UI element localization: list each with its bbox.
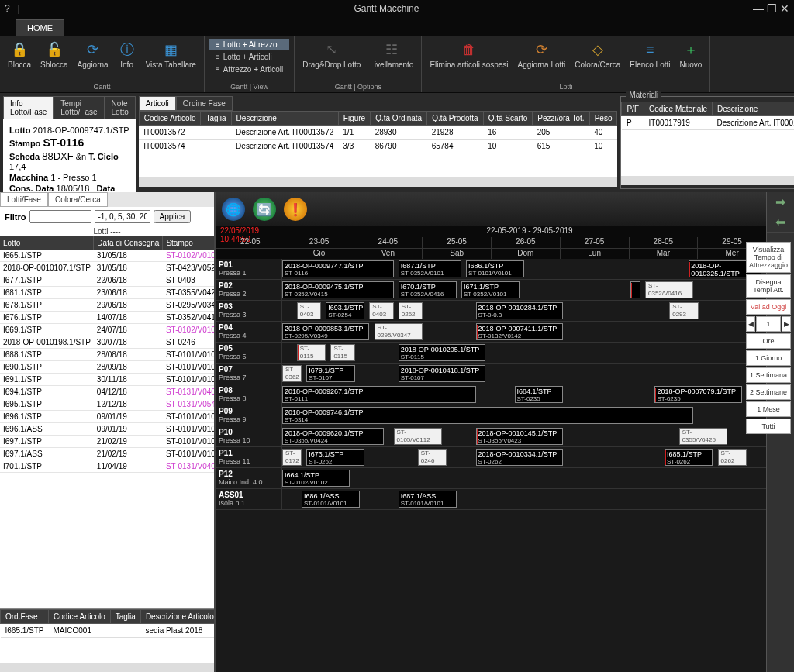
spinner-down[interactable]: ◀: [746, 316, 755, 332]
side-button[interactable]: Vai ad Oggi: [746, 299, 791, 315]
articoli-grid[interactable]: Codice ArticoloTagliaDescrizioneFigureQ.…: [139, 111, 618, 177]
gantt-bar[interactable]: 2018-OP-0010418.1/STPST-0107: [399, 365, 485, 382]
table-row[interactable]: 2018-OP-0010107.1/STP31/05/18ST-0423/V05…: [0, 262, 214, 274]
tab-articoli[interactable]: Articoli: [139, 96, 176, 111]
gantt-bar[interactable]: 2018-OP-0009746.1/STPST-0314: [282, 407, 693, 424]
col-header[interactable]: P/F: [622, 102, 644, 116]
lotto-attrezzo-button[interactable]: ≡Lotto + Attrezzo: [209, 39, 289, 50]
tab-home[interactable]: HOME: [16, 19, 64, 36]
aggiorna-lotti-button[interactable]: ⟳Aggiorna Lotti: [515, 39, 569, 71]
table-row[interactable]: IT00013572Descrizione Art. IT000135721/1…: [139, 126, 617, 140]
ordfase-grid[interactable]: Ord.FaseCodice ArticoloTagliaDescrizione…: [0, 608, 214, 663]
gantt-bar[interactable]: 2018-OP-0010205.1/STPST-0115: [399, 344, 485, 361]
gantt-bar[interactable]: 2018-OP-0009747.1/STPST-0116: [282, 260, 394, 277]
gantt-bar[interactable]: 2018-OP-0007079.1/STPST-0235: [654, 386, 741, 403]
col-header[interactable]: Figure: [338, 112, 370, 126]
gantt-bar[interactable]: ST-0352/V0416: [645, 281, 693, 298]
materiali-grid[interactable]: P/FCodice MaterialeDescrizione%Q.tà [Kg]…: [621, 102, 794, 176]
col-header[interactable]: Q.tà Prodotta: [427, 112, 483, 126]
lotto-articoli-button[interactable]: ≡Lotto + Articoli: [209, 51, 289, 63]
table-row[interactable]: I697.1/ASS21/02/19ST-0101/V0101ASS: [0, 448, 214, 460]
info-button[interactable]: ⓘInfo: [115, 39, 140, 71]
col-header[interactable]: Codice Articolo: [49, 610, 111, 624]
warning-icon[interactable]: ❗: [284, 198, 307, 221]
gantt-bar[interactable]: I686.1/ASSST-0101/V0101: [302, 491, 360, 508]
gantt-bar[interactable]: ST-0262: [718, 449, 747, 466]
gantt-bar[interactable]: I664.1/STPST-0102/V0102: [282, 470, 350, 487]
gantt-bar[interactable]: 2018-OP-0009620.1/STPST-0355/V0424: [282, 428, 384, 445]
tab-lotti-fase[interactable]: Lotti/Fase: [0, 192, 48, 207]
gantt-bar[interactable]: ST-0362: [282, 365, 302, 382]
gantt-body[interactable]: P01Pressa 12018-OP-0009747.1/STPST-0116I…: [216, 259, 766, 672]
resource-cell[interactable]: P04Pressa 4: [216, 322, 282, 342]
col-header[interactable]: Data di Consegna: [94, 236, 163, 250]
gantt-bar[interactable]: ST-0172: [282, 449, 302, 466]
table-row[interactable]: I696.1/ASS09/01/19ST-0101/V0101ASS: [0, 423, 214, 436]
table-row[interactable]: PIT00017919Descrizione Art. IT0001791910…: [622, 116, 794, 130]
gantt-bar[interactable]: 2018-OP-0009267.1/STPST-0111: [282, 386, 476, 403]
resource-cell[interactable]: P12Maico Ind. 4.0: [216, 468, 282, 488]
table-row[interactable]: I676.1/STP14/07/18ST-0352/V0416P02: [0, 312, 214, 324]
gantt-bar[interactable]: 2018-OP-0010284.1/STPST-0-0.3: [476, 302, 563, 319]
col-header[interactable]: Descrizione: [713, 102, 794, 116]
gantt-bar[interactable]: ST-0262: [399, 302, 423, 319]
gantt-bar[interactable]: I673.1/STPST-0262: [306, 449, 364, 466]
col-header[interactable]: Taglia: [110, 610, 140, 624]
scrollbar[interactable]: [0, 663, 214, 672]
gantt-bar[interactable]: I685.1/STPST-0262: [665, 449, 713, 466]
col-header[interactable]: Peso: [589, 112, 617, 126]
blocca-button[interactable]: 🔒Blocca: [5, 39, 34, 71]
table-row[interactable]: I694.1/STP04/12/18ST-0131/V0405P02: [0, 386, 214, 398]
gantt-bar[interactable]: I679.1/STPST-0107: [306, 365, 354, 382]
table-row[interactable]: I697.1/STP21/02/19ST-0101/V0101P01: [0, 436, 214, 448]
arrow-left-icon[interactable]: ⬅: [767, 212, 794, 233]
gantt-bar[interactable]: I670.1/STPST-0352/V0416: [399, 281, 457, 298]
col-header[interactable]: Q.tà Ordinata: [371, 112, 427, 126]
col-header[interactable]: Descrizione: [231, 112, 338, 126]
side-button[interactable]: 2 Settimane: [746, 384, 791, 400]
gantt-bar[interactable]: I693.1/STPST-0254: [326, 302, 364, 319]
resource-cell[interactable]: P05Pressa 5: [216, 343, 282, 363]
elenco-lotti-button[interactable]: ≡Elenco Lotti: [627, 39, 673, 71]
tab-ordine-fase[interactable]: Ordine Fase: [176, 96, 233, 111]
nuovo-button[interactable]: ＋Nuovo: [677, 39, 706, 71]
resource-cell[interactable]: P03Pressa 3: [216, 301, 282, 321]
table-row[interactable]: I665.1/STPMAICO001sedia Plast 201865: [1, 624, 215, 638]
col-header[interactable]: Stampo: [163, 236, 214, 250]
table-row[interactable]: I677.1/STP22/06/18ST-0403P04: [0, 274, 214, 287]
side-button[interactable]: Ore: [746, 333, 791, 349]
gantt-bar[interactable]: ST-0293: [669, 302, 698, 319]
gantt-bar[interactable]: ST-0115: [297, 344, 326, 361]
table-row[interactable]: I681.1/STP23/06/18ST-0355/V0423P10: [0, 287, 214, 299]
help-icon[interactable]: ?: [5, 3, 10, 14]
gantt-bar[interactable]: I686.1/STPST-0101/V0101: [466, 260, 524, 277]
scrollbar[interactable]: [139, 177, 618, 187]
tab-colora-cerca[interactable]: Colora/Cerca: [48, 192, 108, 207]
db-refresh-icon[interactable]: 🔄: [253, 198, 276, 221]
col-header[interactable]: Taglia: [201, 112, 231, 126]
table-row[interactable]: I695.1/STP12/12/18ST-0131/V0542P10: [0, 398, 214, 411]
tab-note-lotto[interactable]: Note Lotto: [105, 96, 136, 119]
gantt-bar[interactable]: 2018-OP-0009853.1/STPST-0295/V0349: [282, 323, 369, 340]
minimize-icon[interactable]: —: [753, 2, 764, 15]
gantt-bar[interactable]: 2018-OP-0007411.1/STPST-0132/V0142: [476, 323, 563, 340]
gantt-bar[interactable]: ST-0403: [297, 302, 321, 319]
table-row[interactable]: I690.1/STP28/09/18ST-0101/V0101P01: [0, 361, 214, 374]
table-row[interactable]: I701.1/STP11/04/19ST-0131/V0405P10: [0, 460, 214, 473]
tab-tempi-lotto-fase[interactable]: Tempi Lotto/Fase: [54, 96, 104, 119]
table-row[interactable]: I678.1/STP29/06/18ST-0295/V0347P04: [0, 299, 214, 312]
table-row[interactable]: I696.1/STP09/01/19ST-0101/V0101ASS: [0, 411, 214, 423]
filter-input[interactable]: [29, 210, 91, 223]
col-header[interactable]: Ord.Fase: [1, 610, 49, 624]
sblocca-button[interactable]: 🔓Sblocca: [37, 39, 71, 71]
lotti-grid[interactable]: LottoData di ConsegnaStampoMaI665.1/STP3…: [0, 236, 214, 608]
col-header[interactable]: Descrizione Articolo: [140, 610, 214, 624]
side-button[interactable]: 1 Settimana: [746, 367, 791, 383]
livellamento-button[interactable]: ☷Livellamento: [367, 39, 416, 71]
resource-cell[interactable]: P02Pressa 2: [216, 280, 282, 300]
gantt-bar[interactable]: ST-0403: [369, 302, 393, 319]
elimina-sospesi-button[interactable]: 🗑Elimina articoli sospesi: [426, 39, 511, 71]
maximize-icon[interactable]: ❐: [767, 2, 777, 15]
gantt-bar[interactable]: ST-0295/V0347: [375, 323, 423, 340]
table-row[interactable]: 2018-OP-0010198.1/STP30/07/18ST-0246P11: [0, 336, 214, 349]
